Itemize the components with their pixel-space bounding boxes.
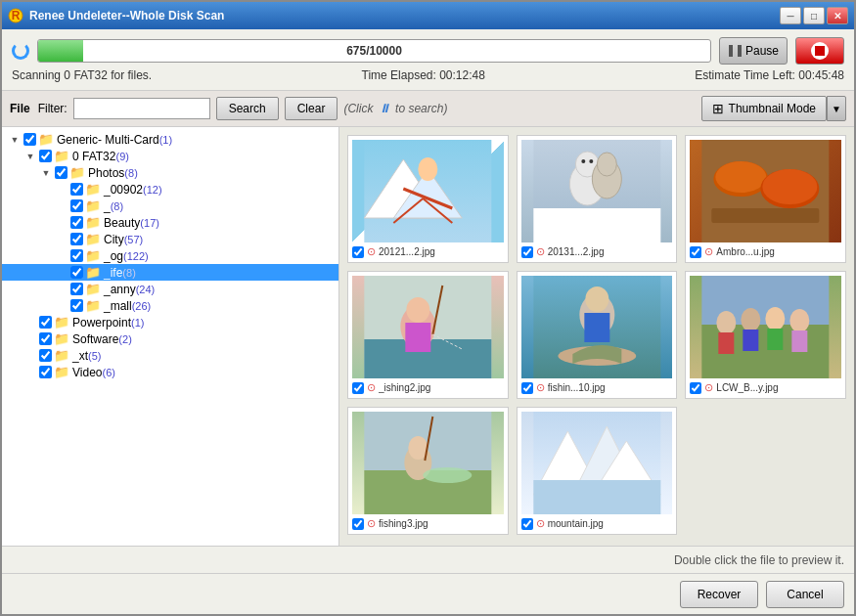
- checkbox-xt[interactable]: [39, 349, 52, 362]
- tree-item-og[interactable]: 📁 _og (122): [2, 247, 338, 264]
- svg-rect-40: [743, 330, 759, 351]
- expander-icon[interactable]: [55, 199, 68, 213]
- expander-icon[interactable]: [55, 299, 68, 313]
- tree-item-underscore[interactable]: 📁 _ (8): [2, 198, 338, 214]
- photo-panel[interactable]: ⊙ 20121...2.jpg: [339, 127, 854, 546]
- checkbox-00902[interactable]: [70, 183, 83, 196]
- checkbox-city[interactable]: [70, 233, 83, 245]
- pause-button[interactable]: Pause: [719, 37, 788, 65]
- expander-icon[interactable]: [23, 316, 37, 330]
- photo-checkbox-snowperson[interactable]: [521, 246, 533, 258]
- photo-filename-group: LCW_B...y.jpg: [716, 382, 778, 393]
- expander-icon[interactable]: ▼: [8, 133, 22, 147]
- photo-filename-snowperson: 20131...2.jpg: [548, 246, 605, 257]
- expander-icon[interactable]: ▼: [39, 166, 53, 180]
- photo-thumbnail-food: [690, 140, 841, 242]
- expander-icon[interactable]: [55, 249, 68, 263]
- photo-warning-icon: ⊙: [367, 517, 376, 530]
- checkbox-photos[interactable]: [55, 166, 68, 179]
- filter-input[interactable]: [73, 98, 210, 119]
- clear-button[interactable]: Clear: [285, 97, 338, 120]
- expander-icon[interactable]: [55, 283, 68, 296]
- svg-point-21: [763, 169, 818, 204]
- photo-cell-skiing[interactable]: ⊙ 20121...2.jpg: [347, 135, 509, 263]
- photo-checkbox-skiing[interactable]: [352, 246, 364, 258]
- search-button[interactable]: Search: [216, 97, 279, 120]
- photo-cell-food[interactable]: ⊙ Ambro...u.jpg: [685, 135, 846, 263]
- tree-item-video[interactable]: 📁 Video (6): [2, 364, 338, 380]
- tree-item-powerpoint[interactable]: 📁 Powerpoint (1): [2, 314, 338, 330]
- photo-cell-group[interactable]: ⊙ LCW_B...y.jpg: [685, 271, 846, 399]
- tree-item-city[interactable]: 📁 City (57): [2, 231, 338, 247]
- photo-checkbox-fishing1[interactable]: [352, 382, 364, 394]
- checkbox-video[interactable]: [39, 366, 52, 378]
- checkbox-ife[interactable]: [70, 266, 83, 279]
- photo-cell-mountain[interactable]: ⊙ mountain.jpg: [517, 407, 678, 535]
- checkbox-og[interactable]: [70, 249, 83, 262]
- photo-checkbox-fishing3[interactable]: [352, 518, 364, 530]
- expander-icon[interactable]: [55, 266, 68, 280]
- tree-count: (8): [122, 267, 135, 279]
- photo-checkbox-food[interactable]: [690, 246, 701, 258]
- checkbox-underscore[interactable]: [70, 199, 83, 212]
- thumbnail-label: Thumbnail Mode: [729, 102, 816, 115]
- tree-item-generic-multicard[interactable]: ▼ 📁 Generic- Multi-Card (1): [2, 131, 338, 148]
- photo-cell-fishing3[interactable]: ⊙ fishing3.jpg: [347, 407, 509, 535]
- close-button[interactable]: ✕: [827, 7, 848, 24]
- tree-count: (6): [102, 367, 114, 378]
- tree-item-anny[interactable]: 📁 _anny (24): [2, 281, 338, 297]
- thumbnail-mode-button[interactable]: ⊞ Thumbnail Mode: [701, 96, 827, 121]
- checkbox-generic-multicard[interactable]: [23, 133, 36, 146]
- status-hint: Double click the file to preview it.: [674, 553, 844, 567]
- photo-cell-fishing1[interactable]: ⊙ _ishing2.jpg: [347, 271, 509, 399]
- minimize-button[interactable]: ─: [780, 7, 801, 24]
- maximize-button[interactable]: □: [803, 7, 825, 24]
- stop-button[interactable]: [795, 37, 844, 65]
- folder-icon: 📁: [85, 182, 101, 197]
- thumbnail-dropdown[interactable]: ▼: [827, 96, 846, 121]
- checkbox-powerpoint[interactable]: [39, 316, 52, 329]
- checkbox-software[interactable]: [39, 332, 52, 345]
- checkbox-fat32[interactable]: [39, 150, 52, 162]
- checkbox-anny[interactable]: [70, 283, 83, 295]
- tree-label: Generic- Multi-Card: [57, 133, 159, 147]
- svg-rect-42: [768, 329, 784, 350]
- tree-item-mall[interactable]: 📁 _mall (26): [2, 297, 338, 314]
- tree-item-software[interactable]: 📁 Software (2): [2, 330, 338, 347]
- tree-item-beauty[interactable]: 📁 Beauty (17): [2, 214, 338, 231]
- photo-cell-fishing2[interactable]: ⊙ fishin...10.jpg: [517, 271, 678, 399]
- photo-cell-snowperson[interactable]: ⊙ 20131...2.jpg: [517, 135, 678, 263]
- photo-checkbox-group[interactable]: [690, 382, 701, 394]
- checkbox-mall[interactable]: [70, 299, 83, 312]
- expander-icon[interactable]: [23, 332, 37, 346]
- cancel-button[interactable]: Cancel: [766, 581, 844, 608]
- photo-footer-food: ⊙ Ambro...u.jpg: [690, 245, 841, 258]
- photo-footer-snowperson: ⊙ 20131...2.jpg: [521, 245, 673, 258]
- expander-icon[interactable]: [23, 366, 37, 379]
- window-controls: ─ □ ✕: [780, 7, 848, 24]
- expander-icon[interactable]: [55, 183, 68, 197]
- expander-icon[interactable]: ▼: [23, 150, 37, 163]
- expander-icon[interactable]: [55, 216, 68, 230]
- tree-label: _anny: [104, 283, 136, 296]
- tree-item-fat32[interactable]: ▼ 📁 0 FAT32 (9): [2, 148, 338, 164]
- main-area: ▼ 📁 Generic- Multi-Card (1) ▼ 📁 0 FAT32 …: [2, 127, 854, 546]
- expander-icon[interactable]: [23, 349, 37, 363]
- photo-footer-group: ⊙ LCW_B...y.jpg: [690, 381, 841, 394]
- tree-label: _: [104, 199, 111, 213]
- tree-item-00902[interactable]: 📁 _00902 (12): [2, 181, 338, 198]
- tree-item-ife[interactable]: 📁 _ife (8): [2, 264, 338, 281]
- tree-item-photos[interactable]: ▼ 📁 Photos (8): [2, 164, 338, 181]
- expander-icon[interactable]: [55, 233, 68, 246]
- photo-checkbox-mountain[interactable]: [521, 518, 533, 530]
- recover-button[interactable]: Recover: [680, 581, 758, 608]
- tree-item-xt[interactable]: 📁 _xt (5): [2, 347, 338, 364]
- checkbox-beauty[interactable]: [70, 216, 83, 229]
- svg-point-43: [790, 309, 810, 332]
- photo-checkbox-fishing2[interactable]: [521, 382, 533, 394]
- svg-point-13: [581, 159, 585, 163]
- photo-filename-food: Ambro...u.jpg: [716, 246, 774, 257]
- svg-point-14: [589, 159, 593, 163]
- photo-thumbnail-fishing1: [352, 276, 504, 378]
- tree-panel[interactable]: ▼ 📁 Generic- Multi-Card (1) ▼ 📁 0 FAT32 …: [2, 127, 339, 546]
